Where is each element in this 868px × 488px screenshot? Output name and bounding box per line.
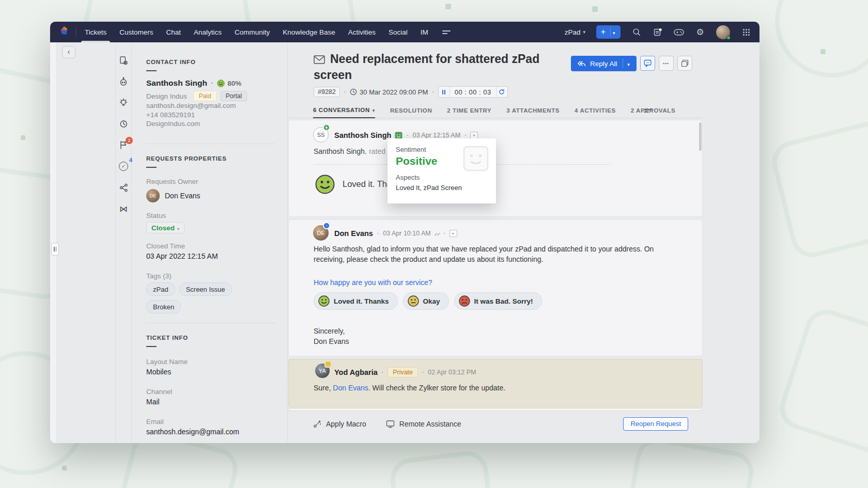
rating-big-smiley-icon: [315, 175, 335, 196]
add-button[interactable]: +: [596, 25, 621, 39]
tab-resolution[interactable]: RESOLUTION: [390, 103, 432, 118]
survey-options: Loved it. Thanks Okay It was Bad. Sorry!: [314, 292, 542, 310]
layout-name-value: Mobiles: [146, 368, 171, 376]
status-dropdown[interactable]: Closed: [146, 222, 184, 233]
author-name[interactable]: Yod Agbaria: [334, 368, 378, 376]
add-dropdown-caret[interactable]: [611, 27, 615, 37]
nav-tab-analytics[interactable]: Analytics: [194, 22, 222, 42]
more-actions-button[interactable]: [659, 56, 674, 71]
nav-right-cluster: zPad +: [565, 25, 751, 39]
search-icon[interactable]: [631, 27, 642, 37]
status-value: Closed: [151, 224, 175, 232]
ticket-timer: 00 : 00 : 03: [438, 86, 508, 98]
plus-icon: +: [596, 27, 610, 37]
split-view-button[interactable]: [677, 56, 692, 71]
expand-message-icon[interactable]: [450, 230, 457, 237]
survey-option-loved[interactable]: Loved it. Thanks: [314, 292, 398, 310]
reply-all-icon: [577, 60, 586, 67]
survey-option-okay[interactable]: Okay: [403, 292, 449, 310]
private-badge: Private: [388, 367, 418, 377]
nav-tab-community[interactable]: Community: [235, 22, 270, 42]
tag-chip[interactable]: Broken: [146, 300, 181, 313]
tab-time-entry[interactable]: 2 TIME ENTRY: [447, 103, 491, 118]
comment-button[interactable]: [640, 56, 655, 71]
comment-text: Will check the Zylker store for the upda…: [370, 384, 505, 392]
channel-label: Channel: [146, 388, 172, 396]
timer-reset-button[interactable]: [496, 87, 507, 97]
gamescope-icon[interactable]: [674, 27, 684, 37]
reopen-request-button[interactable]: Reopen Request: [623, 417, 688, 431]
tag-chip[interactable]: zPad: [146, 282, 175, 296]
ticket-properties-panel: CONTACT INFO Santhosh Singh 80% Design I…: [132, 42, 288, 443]
apps-grid-icon[interactable]: [741, 27, 751, 37]
rating-preview-name: Santhosh Singh.: [314, 147, 367, 155]
background-doodle: [775, 0, 868, 77]
tab-approvals[interactable]: 2 APPROVALS: [631, 103, 675, 118]
ticket-tab-bar: 6 CONVERSATION RESOLUTION 2 TIME ENTRY 3…: [288, 103, 703, 118]
brand-logo-icon[interactable]: [58, 25, 70, 39]
remote-assistance-button[interactable]: Remote Assistance: [386, 420, 461, 428]
nav-tab-activities[interactable]: Activities: [348, 22, 376, 42]
apply-macro-button[interactable]: Apply Macro: [313, 420, 366, 428]
feeds-icon[interactable]: [653, 27, 663, 37]
more-tabs-icon[interactable]: [442, 29, 451, 36]
layout-name-label: Layout Name: [146, 358, 188, 366]
status-caret-icon: [175, 224, 179, 232]
aspects-value: Loved It, zPad Screen: [396, 184, 488, 192]
approvals-icon[interactable]: 4: [118, 161, 129, 171]
aspects-label: Aspects: [396, 174, 488, 181]
nav-divider: [76, 27, 76, 37]
neutral-face-icon: [408, 295, 419, 307]
tag-chip[interactable]: Screen Issue: [179, 282, 232, 296]
insights-bulb-icon[interactable]: [118, 98, 129, 108]
nav-tab-social[interactable]: Social: [389, 22, 408, 42]
conversation-scrollbar[interactable]: [699, 122, 702, 151]
nav-tab-knowledge-base[interactable]: Knowledge Base: [283, 22, 335, 42]
flag-icon[interactable]: 2: [118, 140, 129, 150]
nav-tab-im[interactable]: IM: [421, 22, 428, 42]
department-selector[interactable]: zPad: [565, 28, 585, 36]
survey-option-bad[interactable]: It was Bad. Sorry!: [454, 292, 542, 310]
contact-company: Design Indus: [146, 92, 187, 100]
reply-dropdown-caret[interactable]: [623, 59, 634, 68]
ticket-tools-rail: 2 4: [115, 42, 132, 443]
nav-tab-chat[interactable]: Chat: [166, 22, 181, 42]
owner-name: Don Evans: [165, 192, 200, 200]
nav-tab-tickets[interactable]: Tickets: [85, 22, 106, 42]
tags-label: Tags (3): [146, 272, 172, 280]
macro-icon: [313, 420, 321, 428]
reply-all-button[interactable]: Reply All: [571, 56, 637, 71]
collapse-tree-button[interactable]: [62, 46, 75, 58]
bot-assistant-icon[interactable]: [118, 76, 129, 87]
history-icon[interactable]: [118, 119, 129, 129]
author-name[interactable]: Santhosh Singh: [334, 131, 391, 139]
contact-phone: +14 083529191: [146, 111, 195, 119]
sentiment-popup: Sentiment Positive Aspects Loved It, zPa…: [388, 138, 496, 203]
timer-pause-button[interactable]: [439, 87, 450, 97]
tab-conversation[interactable]: 6 CONVERSATION: [313, 103, 375, 118]
settings-gear-icon[interactable]: [695, 27, 705, 37]
tab-activities[interactable]: 4 ACTIVITIES: [575, 103, 616, 118]
feedback-badge-icon: [323, 124, 330, 131]
section-divider: [146, 323, 275, 323]
background-doodle: [768, 115, 868, 262]
user-avatar[interactable]: [716, 25, 730, 39]
linked-tickets-icon[interactable]: [118, 203, 129, 214]
ticket-properties-icon[interactable]: [118, 55, 129, 66]
mention-link[interactable]: Don Evans.: [333, 384, 370, 392]
contact-name[interactable]: Santhosh Singh: [146, 78, 207, 88]
share-icon[interactable]: [118, 182, 129, 193]
expand-message-icon[interactable]: [470, 132, 478, 139]
closed-time-value: 03 Apr 2022 12:15 AM: [146, 252, 218, 260]
collapse-threads-icon[interactable]: [644, 107, 652, 114]
signoff-line2: Don Evans: [314, 337, 349, 347]
message-card-yod-private: YA Yod Agbaria Private 02 Apr 03:12 PM S…: [288, 359, 703, 407]
nav-tab-customers[interactable]: Customers: [119, 22, 153, 42]
ticket-footer-bar: Apply Macro Remote Assistance Reopen Req…: [288, 411, 703, 436]
ticket-title: Need replacement for shattered zPad scre…: [314, 51, 556, 83]
tree-column: [57, 42, 115, 443]
tab-attachments[interactable]: 3 ATTACHMENTS: [506, 103, 560, 118]
background-square: [62, 466, 67, 470]
author-name[interactable]: Don Evans: [334, 229, 373, 238]
contact-info-heading: CONTACT INFO: [146, 59, 196, 65]
